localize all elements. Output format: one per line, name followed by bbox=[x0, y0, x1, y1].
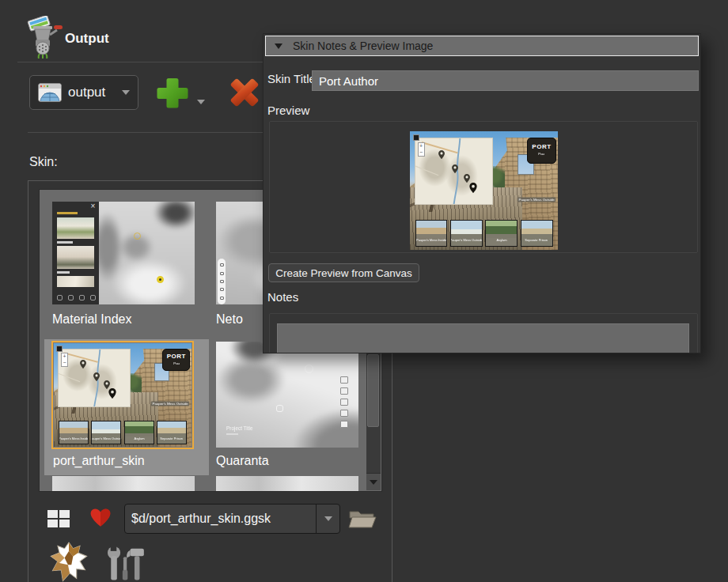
map-pin-icon bbox=[452, 164, 458, 173]
tour-title-box: PORTPau bbox=[162, 349, 190, 372]
preview-label: Preview bbox=[267, 104, 309, 117]
page-title: Output bbox=[65, 31, 109, 47]
chevron-down-icon bbox=[324, 516, 332, 521]
skin-item-label[interactable]: Quaranta bbox=[216, 454, 269, 468]
skin-thumbnail-partial[interactable] bbox=[216, 476, 358, 492]
favorite-button[interactable] bbox=[89, 506, 112, 531]
remove-output-button[interactable] bbox=[227, 76, 262, 111]
leather-hide-icon bbox=[47, 541, 90, 582]
skin-item-label[interactable]: Neto bbox=[216, 312, 243, 327]
map-pin-icon bbox=[108, 388, 116, 399]
fullscreen-icon bbox=[56, 346, 63, 352]
skin-thumbnail-port-arthur[interactable]: +− PORTPau Pauper's Mess Outside Pauper'… bbox=[51, 341, 194, 449]
thumbnail-icon-column bbox=[340, 376, 348, 428]
skin-item-label-selected[interactable]: port_arthur_skin bbox=[53, 454, 145, 468]
notes-label: Notes bbox=[267, 290, 298, 304]
thumbnail-sidebar: × bbox=[52, 202, 99, 304]
output-selector[interactable]: output bbox=[29, 75, 138, 110]
output-grinder-icon bbox=[27, 16, 65, 59]
plus-icon bbox=[155, 76, 190, 109]
create-preview-button[interactable]: Create Preview from Canvas bbox=[268, 263, 419, 282]
skin-notes-panel: Skin Notes & Preview Image Skin Title: P… bbox=[263, 33, 701, 353]
panel-title: Skin Notes & Preview Image bbox=[293, 40, 433, 52]
tools-tab-button[interactable] bbox=[103, 542, 146, 582]
header-separator bbox=[17, 62, 263, 62]
info-hotspot-icon bbox=[157, 276, 164, 283]
node-label: Pauper's Mess Outside bbox=[151, 401, 190, 406]
tools-icon bbox=[103, 542, 146, 582]
skin-thumbnail-partial[interactable] bbox=[52, 476, 195, 492]
open-folder-icon bbox=[348, 507, 377, 531]
scrollbar-down-button[interactable] bbox=[366, 473, 381, 490]
map-zoom-control: +− bbox=[61, 353, 68, 367]
tour-map-overlay: +− bbox=[415, 138, 493, 206]
thumbnail-image bbox=[99, 202, 195, 304]
project-title-overlay: Project Title bbox=[226, 425, 260, 435]
map-zoom-control: +− bbox=[418, 142, 425, 157]
tour-map-overlay: +− bbox=[58, 349, 131, 408]
browse-folder-button[interactable] bbox=[348, 507, 377, 533]
node-thumbnail-bar: Pauper's Mess Inside Pauper's Mess Outsi… bbox=[415, 220, 553, 248]
output-selector-label: output bbox=[68, 85, 105, 100]
preview-image: +− PORTPau Pauper's Mess Outside Pauper'… bbox=[410, 131, 558, 250]
grid-icon bbox=[47, 510, 70, 527]
map-pin-icon bbox=[80, 360, 86, 368]
panel-header[interactable]: Skin Notes & Preview Image bbox=[265, 36, 699, 56]
skin-file-path-field bbox=[124, 504, 340, 534]
delete-x-icon bbox=[227, 76, 262, 109]
arrow-down-icon bbox=[370, 480, 377, 485]
add-output-chevron-icon[interactable] bbox=[197, 100, 205, 104]
map-pin-icon bbox=[464, 174, 470, 183]
app-window: Output output bbox=[0, 0, 728, 582]
tour-title-box: PORTPau bbox=[527, 138, 556, 164]
node-thumbnail-bar: Pauper's Mess Inside Pauper's Mess Outsi… bbox=[59, 421, 187, 444]
web-output-icon bbox=[38, 83, 62, 102]
skin-file-path-input[interactable] bbox=[125, 512, 316, 526]
toolbar-separator bbox=[28, 132, 263, 133]
notes-box bbox=[269, 313, 698, 353]
scrollbar-thumb[interactable] bbox=[367, 354, 379, 427]
skin-thumbnail-material-index[interactable]: × bbox=[52, 202, 195, 304]
chevron-down-icon bbox=[122, 90, 130, 95]
notes-textarea[interactable] bbox=[277, 323, 689, 353]
collapse-triangle-icon bbox=[275, 43, 282, 49]
node-label: Pauper's Mess Outside bbox=[518, 197, 556, 202]
skin-section-label: Skin: bbox=[29, 155, 58, 169]
port-arthur-scene: +− PORTPau Pauper's Mess Outside Pauper'… bbox=[54, 343, 191, 447]
hotspot-ring-icon bbox=[134, 232, 141, 240]
map-pin-icon bbox=[438, 150, 445, 159]
map-pin-icon bbox=[469, 183, 477, 193]
add-output-button[interactable] bbox=[155, 76, 190, 111]
skin-file-dropdown-button[interactable] bbox=[316, 505, 339, 533]
heart-icon bbox=[89, 506, 112, 528]
grid-view-button[interactable] bbox=[47, 510, 70, 530]
skin-item-label[interactable]: Material Index bbox=[52, 312, 132, 327]
fullscreen-icon bbox=[413, 134, 419, 141]
map-pin-icon bbox=[93, 372, 100, 381]
skin-thumbnail-quaranta[interactable]: Project Title bbox=[216, 342, 358, 448]
thumbnail-toolbar bbox=[218, 259, 226, 304]
skin-tab-button[interactable] bbox=[47, 541, 90, 582]
skin-title-input[interactable] bbox=[312, 70, 699, 91]
preview-box: +− PORTPau Pauper's Mess Outside Pauper'… bbox=[269, 121, 698, 253]
close-icon: × bbox=[91, 202, 96, 210]
